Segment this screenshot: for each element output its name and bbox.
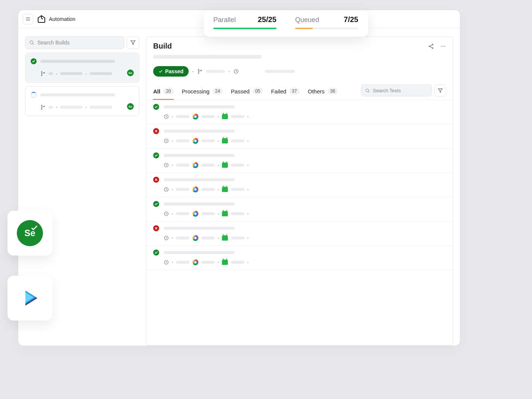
menu-button[interactable]	[23, 14, 33, 24]
app-logo	[37, 15, 46, 24]
metrics-card: Parallel 25/25 Queued 7/25	[204, 10, 368, 37]
svg-point-18	[443, 46, 443, 46]
test-row[interactable]	[146, 149, 453, 173]
status-passed-icon	[153, 201, 159, 207]
test-row[interactable]	[146, 173, 453, 197]
search-icon	[29, 40, 34, 45]
status-failed-icon	[153, 128, 159, 134]
tab-others[interactable]: Others36	[308, 83, 338, 100]
tab-count: 05	[253, 88, 263, 95]
status-running-icon	[31, 92, 37, 98]
status-passed-icon	[31, 58, 37, 64]
tab-processing[interactable]: Processing24	[182, 83, 223, 100]
filter-icon	[130, 40, 136, 45]
build-detail-panel: Build Passed	[146, 36, 453, 346]
status-failed-icon	[153, 225, 159, 231]
svg-point-21	[198, 73, 199, 74]
clock-icon	[164, 138, 169, 143]
chrome-icon	[192, 259, 198, 265]
build-title: Build	[153, 42, 172, 50]
android-icon	[222, 138, 228, 143]
svg-marker-26	[438, 89, 442, 92]
tests-search-input[interactable]: Search Tests	[361, 84, 432, 96]
test-row[interactable]	[146, 197, 453, 222]
builds-search-placeholder: Search Builds	[37, 40, 69, 46]
build-header: Build Passed	[146, 37, 453, 83]
test-row[interactable]	[146, 124, 453, 149]
svg-point-9	[41, 105, 42, 106]
playwright-icon	[19, 287, 41, 309]
android-icon	[222, 260, 228, 265]
svg-point-19	[445, 46, 445, 46]
build-card[interactable]: Se	[25, 53, 139, 83]
app-title: Automation	[49, 16, 75, 22]
tab-label: Processing	[182, 88, 210, 95]
svg-line-16	[430, 46, 432, 47]
branch-icon	[40, 105, 46, 110]
tab-label: Passed	[231, 88, 250, 95]
tab-failed[interactable]: Failed37	[271, 83, 300, 100]
clock-icon	[164, 114, 169, 119]
android-icon	[222, 235, 228, 241]
metric-value: 25/25	[258, 15, 276, 24]
metric-value: 7/25	[344, 15, 358, 24]
builds-search-input[interactable]: Search Builds	[25, 36, 124, 49]
more-icon[interactable]	[440, 43, 446, 49]
android-icon	[222, 163, 228, 168]
app-window: Automation Search Builds	[18, 10, 460, 346]
clock-icon	[164, 211, 169, 216]
status-passed-icon	[153, 104, 159, 110]
tabs: All20Processing24Passed05Failed37Others3…	[153, 83, 352, 100]
build-card[interactable]: Se	[25, 86, 139, 116]
chrome-icon	[192, 114, 198, 120]
branch-icon	[197, 69, 202, 74]
metric-label: Queued	[295, 16, 319, 24]
svg-point-6	[41, 71, 42, 72]
status-failed-icon	[153, 177, 159, 183]
test-row[interactable]	[146, 222, 453, 246]
android-icon	[222, 211, 228, 216]
selenium-badge: Se	[127, 69, 134, 76]
content-area: Search Builds	[18, 28, 460, 346]
tabs-row: All20Processing24Passed05Failed37Others3…	[146, 83, 453, 100]
tests-list	[146, 100, 453, 345]
chrome-icon	[192, 235, 198, 241]
tests-search-placeholder: Search Tests	[373, 88, 401, 93]
test-row[interactable]	[146, 246, 453, 270]
share-icon[interactable]	[428, 43, 434, 49]
android-icon	[222, 187, 228, 192]
selenium-logo-card: Se	[7, 211, 52, 256]
selenium-badge: Se	[127, 103, 134, 110]
chrome-icon	[192, 162, 198, 168]
status-badge-label: Passed	[165, 68, 183, 74]
svg-point-12	[432, 44, 433, 45]
svg-point-17	[441, 46, 442, 46]
chrome-icon	[192, 211, 198, 217]
android-icon	[222, 114, 228, 119]
svg-point-3	[30, 41, 33, 44]
clock-icon	[164, 260, 169, 265]
test-row[interactable]	[146, 100, 453, 124]
tab-passed[interactable]: Passed05	[231, 83, 263, 100]
chrome-icon	[192, 138, 198, 144]
tests-filter-button[interactable]	[434, 84, 446, 96]
clock-icon	[233, 69, 239, 74]
tab-count: 36	[328, 88, 338, 95]
tab-label: All	[153, 88, 160, 95]
tab-all[interactable]: All20	[153, 83, 174, 100]
clock-icon	[164, 163, 169, 168]
metric-label: Parallel	[213, 16, 236, 24]
status-passed-icon	[153, 250, 159, 256]
tab-count: 37	[289, 88, 299, 95]
svg-line-4	[33, 44, 34, 45]
builds-filter-button[interactable]	[127, 36, 139, 49]
status-passed-icon	[153, 152, 159, 158]
svg-line-15	[430, 45, 432, 46]
svg-point-10	[41, 109, 42, 109]
metric-queued: Queued 7/25	[295, 15, 358, 29]
chrome-icon	[192, 186, 198, 192]
search-icon	[365, 88, 370, 93]
svg-line-25	[368, 92, 369, 92]
svg-point-24	[366, 89, 369, 92]
clock-icon	[164, 235, 169, 241]
